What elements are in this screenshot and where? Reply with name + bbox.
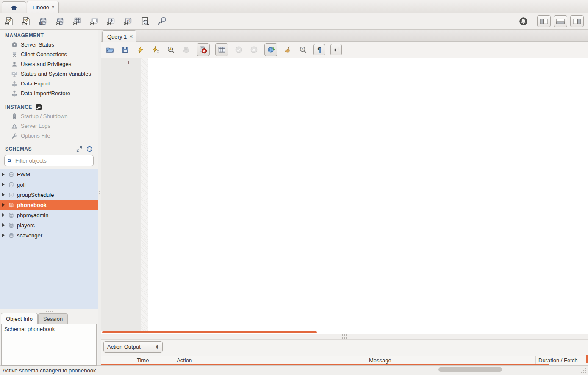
expand-arrow-icon[interactable] [2, 234, 5, 237]
create-schema-button[interactable] [55, 16, 65, 26]
stop-on-error-button[interactable] [197, 43, 210, 56]
expand-arrow-icon[interactable] [2, 183, 5, 186]
find-in-editor-button[interactable]: A [298, 45, 308, 55]
data-import-icon [11, 90, 18, 97]
editor-horizontal-scrollbar[interactable] [102, 331, 317, 333]
schema-name: players [17, 222, 35, 229]
expand-arrow-icon[interactable] [2, 223, 5, 227]
tab-object-info[interactable]: Object Info [1, 313, 38, 324]
reconnect-dbms-button[interactable] [157, 16, 167, 26]
sidebar-item-client-connections[interactable]: Client Connections [0, 50, 98, 59]
window-resize-grip[interactable] [581, 367, 587, 373]
home-tab[interactable] [2, 1, 26, 13]
connection-tab-label: Linode [33, 4, 49, 11]
schema-row-groupschedule[interactable]: groupSchedule [0, 190, 98, 200]
toggle-right-sidebar-button[interactable] [570, 15, 584, 27]
sidebar-item-server-status[interactable]: Server Status [0, 40, 98, 50]
instance-title: INSTANCE [5, 104, 32, 110]
output-column-header-blank-0[interactable] [101, 356, 112, 365]
toggle-left-sidebar-button[interactable] [537, 15, 551, 27]
show-invisibles-button[interactable]: ¶ [313, 44, 325, 55]
notifications-icon [519, 17, 528, 26]
limit-rows-button[interactable] [215, 43, 228, 56]
toggle-autocommit-button[interactable] [264, 43, 277, 56]
stop-query-button [181, 45, 191, 55]
main-toolbar-right [518, 15, 584, 27]
sidebar-item-server-logs[interactable]: Server Logs [0, 121, 98, 131]
output-column-header-action[interactable]: Action [174, 356, 366, 365]
database-icon [8, 182, 14, 188]
editor-output-splitter[interactable] [101, 334, 588, 339]
line-number-gutter: 1 [101, 58, 141, 331]
database-icon [8, 171, 14, 178]
sidebar-item-label: Users and Privileges [21, 61, 71, 67]
expand-schemas-icon[interactable] [76, 146, 83, 152]
mysql-workbench-window: Linode × SQLSQLif() MANAGEMENT Server St… [0, 0, 588, 375]
notifications-button[interactable] [518, 16, 528, 26]
sidebar-item-status-and-system-variables[interactable]: Status and System Variables [0, 69, 98, 79]
create-function-button[interactable]: f() [123, 16, 133, 26]
schema-row-fwm[interactable]: FWM [0, 169, 98, 179]
schema-row-players[interactable]: players [0, 220, 98, 230]
bottom-scrollbar-thumb[interactable] [438, 367, 502, 372]
open-script-button[interactable] [105, 45, 115, 55]
explain-plan-icon [167, 46, 175, 54]
execute-current-button[interactable] [151, 45, 161, 55]
expand-arrow-icon[interactable] [2, 203, 5, 207]
output-column-header-time[interactable]: Time [134, 356, 174, 365]
create-schema-icon [55, 17, 65, 26]
toggle-output-area-button[interactable] [554, 15, 567, 27]
connection-tab-bar: Linode × [0, 0, 588, 14]
expand-arrow-icon[interactable] [2, 213, 5, 217]
sidebar-item-options-file[interactable]: Options File [0, 131, 98, 141]
execute-all-button[interactable] [136, 45, 145, 55]
sidebar-item-data-export[interactable]: Data Export [0, 79, 98, 88]
create-view-button[interactable] [89, 16, 99, 26]
beautify-sql-button[interactable] [283, 45, 293, 55]
explain-plan-button[interactable] [166, 45, 176, 55]
search-table-data-button[interactable] [140, 16, 150, 26]
output-type-label: Action Output [107, 344, 141, 350]
output-vertical-scrollbar[interactable] [586, 355, 588, 363]
sidebar-splitter-handle[interactable] [0, 309, 98, 313]
schema-row-phonebook[interactable]: phonebook [0, 200, 98, 210]
new-query-tab-button[interactable]: SQL [4, 16, 14, 26]
main-toolbar: SQLSQLif() [0, 13, 588, 30]
database-icon [8, 232, 14, 239]
open-sql-script-button[interactable]: SQL [21, 16, 31, 26]
sql-editor[interactable]: 1 [101, 58, 588, 334]
schema-filter-input[interactable] [14, 157, 91, 164]
tab-session[interactable]: Session [38, 313, 68, 324]
output-column-header-blank-1[interactable] [112, 356, 134, 365]
schema-row-scavenger[interactable]: scavenger [0, 230, 98, 240]
create-procedure-icon [106, 17, 116, 26]
schema-inspector-button[interactable]: i [38, 16, 48, 26]
query-tab[interactable]: Query 1 × [102, 30, 136, 42]
output-panel: Action Output ▲▼ TimeActionMessageDurati… [101, 339, 588, 367]
wrap-text-button[interactable] [330, 44, 342, 55]
refresh-schemas-icon[interactable] [86, 146, 93, 152]
connection-tab-linode[interactable]: Linode × [27, 1, 59, 13]
management-section-header: MANAGEMENT [0, 31, 98, 40]
save-script-button[interactable] [120, 45, 130, 55]
create-view-icon [89, 17, 99, 26]
create-procedure-button[interactable] [106, 16, 116, 26]
close-icon[interactable]: × [51, 4, 55, 10]
output-table-header: TimeActionMessageDuration / Fetch [101, 356, 588, 365]
users-icon [11, 61, 18, 68]
sidebar-item-startup-shutdown[interactable]: Startup / Shutdown [0, 111, 98, 121]
output-column-header-duration-fetch[interactable]: Duration / Fetch [536, 356, 588, 365]
sidebar-item-data-import-restore[interactable]: Data Import/Restore [0, 88, 98, 98]
server-logs-icon [11, 123, 18, 130]
close-icon[interactable]: × [129, 33, 133, 39]
schema-row-golf[interactable]: golf [0, 179, 98, 190]
schema-row-phpmyadmin[interactable]: phpmyadmin [0, 210, 98, 220]
sidebar-item-users-and-privileges[interactable]: Users and Privileges [0, 59, 98, 69]
expand-arrow-icon[interactable] [2, 173, 5, 176]
output-column-header-message[interactable]: Message [366, 356, 536, 365]
create-table-button[interactable] [72, 16, 82, 26]
expand-arrow-icon[interactable] [2, 193, 5, 196]
sidebar-main-splitter[interactable] [98, 30, 101, 366]
schema-name: groupSchedule [17, 192, 54, 198]
output-type-select[interactable]: Action Output ▲▼ [103, 341, 163, 353]
